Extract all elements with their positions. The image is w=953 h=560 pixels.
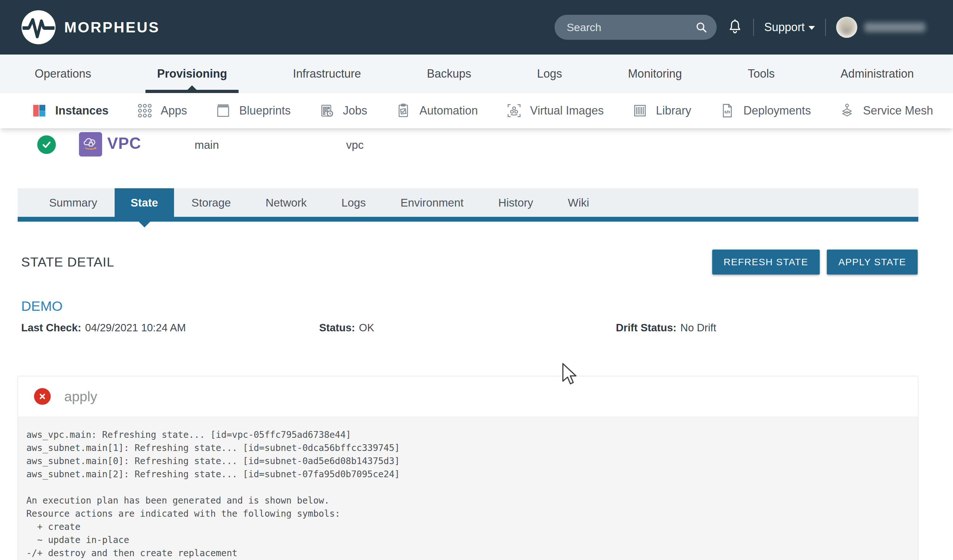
blueprints-icon — [215, 102, 231, 119]
library-icon — [632, 102, 648, 119]
aws-vpc-icon — [79, 132, 102, 156]
drift-status-value: No Drift — [680, 322, 716, 334]
state-info-row: Last Check:04/29/2021 10:24 AM Status:OK… — [21, 322, 920, 336]
instances-icon — [31, 102, 48, 119]
last-check-value: 04/29/2021 10:24 AM — [85, 322, 186, 334]
deployments-icon — [719, 102, 736, 119]
state-name-link[interactable]: DEMO — [21, 298, 63, 314]
automation-icon — [395, 102, 411, 119]
header-divider — [825, 19, 826, 36]
user-menu[interactable] — [836, 17, 925, 38]
nav-item-administration[interactable]: Administration — [841, 54, 914, 93]
subnav-label: Virtual Images — [530, 104, 604, 118]
subnav-label: Instances — [55, 104, 109, 118]
avatar — [836, 17, 857, 38]
active-tab-underline — [18, 217, 918, 222]
status-value: OK — [359, 322, 374, 334]
terminal-line: ~ update in-place — [26, 534, 911, 546]
page-title: STATE DETAIL — [21, 255, 114, 270]
terminal-line: + create — [26, 520, 911, 534]
subnav-label: Apps — [161, 104, 187, 118]
nav-item-operations[interactable]: Operations — [35, 54, 91, 93]
support-label: Support — [764, 20, 805, 34]
tab-state[interactable]: State — [115, 188, 174, 217]
subnav-item-virtual-images[interactable]: Virtual Images — [506, 102, 604, 119]
instance-type-value: vpc — [346, 139, 363, 152]
apply-state-button[interactable]: APPLY STATE — [827, 249, 918, 275]
nav-item-infrastructure[interactable]: Infrastructure — [293, 54, 361, 93]
detail-tabbar: Summary State Storage Network Logs Envir… — [18, 188, 918, 217]
status-label: Status: — [319, 322, 355, 334]
brand-logo[interactable]: MORPHEUS — [21, 10, 160, 45]
nav-item-logs[interactable]: Logs — [537, 54, 562, 93]
notifications-bell-icon[interactable] — [727, 19, 743, 36]
nav-item-tools[interactable]: Tools — [748, 54, 775, 93]
terminal-line: aws_subnet.main[0]: Refreshing state... … — [26, 455, 911, 468]
search-icon[interactable] — [695, 21, 708, 34]
subnav-item-jobs[interactable]: Jobs — [318, 102, 367, 119]
terminal-line: An execution plan has been generated and… — [26, 494, 911, 507]
subnav-item-instances[interactable]: Instances — [31, 102, 109, 119]
terminal-line: aws_subnet.main[2]: Refreshing state... … — [26, 468, 911, 481]
last-check-field: Last Check:04/29/2021 10:24 AM — [21, 322, 186, 334]
subnav-item-blueprints[interactable]: Blueprints — [215, 102, 290, 119]
primary-nav: Operations Provisioning Infrastructure B… — [0, 54, 953, 93]
secondary-nav: Instances Apps Blueprints Jobs — [0, 93, 953, 128]
nav-item-backups[interactable]: Backups — [427, 54, 471, 93]
nav-item-monitoring[interactable]: Monitoring — [628, 54, 682, 93]
user-name-blurred — [865, 22, 925, 32]
status-ok-icon — [37, 135, 56, 154]
subnav-item-deployments[interactable]: Deployments — [719, 102, 811, 119]
terminal-output: aws_vpc.main: Refreshing state... [id=vp… — [18, 417, 918, 560]
error-status-icon — [34, 388, 51, 405]
subnav-label: Jobs — [343, 104, 367, 118]
subnav-label: Library — [656, 104, 691, 118]
subnav-label: Deployments — [743, 104, 811, 118]
nav-item-provisioning[interactable]: Provisioning — [157, 54, 227, 93]
terminal-line: -/+ destroy and then create replacement — [26, 546, 911, 560]
terminal-line: Resource actions are indicated with the … — [26, 507, 911, 520]
tab-wiki[interactable]: Wiki — [559, 188, 599, 217]
global-search — [554, 15, 717, 40]
support-menu[interactable]: Support — [764, 20, 815, 34]
subnav-label: Blueprints — [239, 104, 290, 118]
terminal-line: aws_subnet.main[1]: Refreshing state... … — [26, 441, 911, 455]
refresh-state-button[interactable]: REFRESH STATE — [712, 249, 820, 275]
chevron-down-icon — [809, 26, 815, 30]
tab-summary[interactable]: Summary — [39, 188, 107, 217]
subnav-item-service-mesh[interactable]: Service Mesh — [839, 102, 933, 119]
apply-output-panel: apply aws_vpc.main: Refreshing state... … — [18, 376, 918, 560]
subnav-item-automation[interactable]: Automation — [395, 102, 478, 119]
search-input[interactable] — [554, 15, 717, 40]
drift-status-field: Drift Status:No Drift — [616, 322, 716, 334]
tab-logs[interactable]: Logs — [332, 188, 376, 217]
tab-history[interactable]: History — [489, 188, 543, 217]
subnav-item-apps[interactable]: Apps — [137, 102, 187, 119]
tab-storage[interactable]: Storage — [182, 188, 241, 217]
terminal-line — [26, 481, 911, 494]
drift-status-label: Drift Status: — [616, 322, 677, 334]
instance-name: main — [195, 139, 219, 152]
last-check-label: Last Check: — [21, 322, 81, 334]
service-mesh-icon — [839, 102, 855, 119]
status-field: Status:OK — [319, 322, 374, 334]
app-header: MORPHEUS Support — [0, 0, 953, 54]
morpheus-logo-icon — [21, 10, 56, 45]
virtual-images-icon — [506, 102, 522, 119]
subnav-label: Automation — [419, 104, 478, 118]
subnav-item-library[interactable]: Library — [632, 102, 691, 119]
subnav-label: Service Mesh — [863, 104, 933, 118]
instance-header-row: VPC main vpc — [0, 128, 953, 162]
apps-icon — [137, 102, 153, 119]
apply-panel-title: apply — [64, 389, 97, 404]
instance-type-label: VPC — [107, 134, 141, 153]
tab-environment[interactable]: Environment — [391, 188, 473, 217]
header-divider — [753, 19, 754, 36]
brand-name: MORPHEUS — [64, 19, 160, 36]
apply-panel-header: apply — [18, 376, 918, 417]
terminal-line: aws_vpc.main: Refreshing state... [id=vp… — [26, 428, 911, 441]
jobs-icon — [318, 102, 335, 119]
tab-network[interactable]: Network — [256, 188, 316, 217]
